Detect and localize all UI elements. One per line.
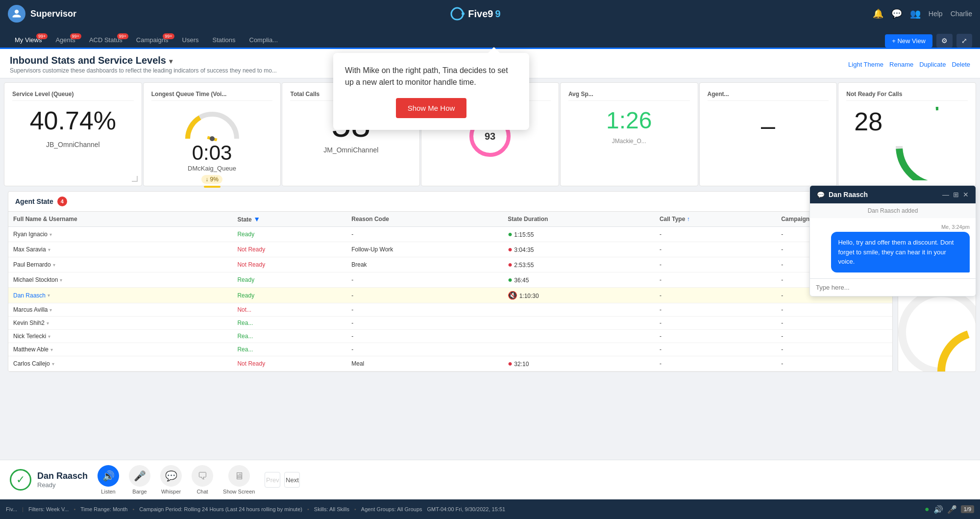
row-caret[interactable]: ▾ bbox=[49, 307, 52, 313]
cell-state: Not Ready bbox=[232, 356, 346, 371]
status-filters: Filters: Week V... bbox=[28, 506, 69, 512]
chat-bubble-message: Hello, try and offer them a discount. Do… bbox=[831, 232, 970, 272]
nav-center: Five9 9 bbox=[82, 7, 867, 21]
check-circle-icon: ✓ bbox=[10, 469, 31, 491]
tab-my-views[interactable]: My Views 99+ bbox=[8, 32, 49, 49]
cell-name: Kevin Shih2▾ bbox=[8, 317, 232, 330]
cell-duration: ● 1:15:55 bbox=[503, 227, 655, 242]
col-call-type[interactable]: Call Type ↑ bbox=[655, 212, 776, 227]
whisper-button[interactable]: 💬 Whisper bbox=[160, 465, 182, 494]
status-sep-4: • bbox=[307, 506, 309, 512]
cell-call-type: - bbox=[655, 242, 776, 257]
cell-name: Michael Stockton▾ bbox=[8, 272, 232, 288]
nav-avatar bbox=[8, 5, 25, 23]
chat-button[interactable]: 🗨 Chat bbox=[192, 465, 213, 494]
col-state[interactable]: State ▼ bbox=[232, 212, 346, 227]
row-caret[interactable]: ▾ bbox=[48, 247, 50, 252]
metric-queue-sub: DMcKaig_Queue bbox=[188, 165, 236, 172]
row-caret[interactable]: ▾ bbox=[48, 293, 50, 298]
prev-button[interactable]: Prev bbox=[265, 472, 280, 488]
row-caret[interactable]: ▾ bbox=[52, 361, 54, 367]
tab-compliance[interactable]: Complia... bbox=[243, 32, 285, 48]
agent-section-header: Agent State 4 bbox=[8, 192, 892, 212]
cell-call-type: - bbox=[655, 330, 776, 343]
metric-avg-sub: JMackie_O... bbox=[568, 138, 690, 145]
tab-acd-status[interactable]: ACD Status 99+ bbox=[82, 32, 129, 48]
trend-bar bbox=[204, 186, 220, 188]
rename-btn[interactable]: Rename bbox=[889, 61, 913, 68]
cell-state: Ready bbox=[232, 288, 346, 303]
cell-reason: - bbox=[346, 303, 503, 317]
bell-icon[interactable]: 🔔 bbox=[873, 8, 883, 19]
light-theme-btn[interactable]: Light Theme bbox=[848, 61, 883, 68]
tab-campaigns[interactable]: Campaigns 99+ bbox=[129, 32, 175, 48]
chat-close-icon[interactable]: ✕ bbox=[963, 191, 969, 198]
help-menu[interactable]: Help bbox=[929, 10, 943, 18]
chat-input[interactable] bbox=[816, 284, 970, 291]
agent-details: Dan Raasch Ready bbox=[37, 471, 88, 489]
status-agent-groups: Agent Groups: All Groups bbox=[361, 506, 422, 512]
chat-input-area[interactable] bbox=[810, 278, 976, 296]
col-name: Full Name & Username bbox=[8, 212, 232, 227]
cell-campaign: - bbox=[776, 343, 892, 356]
expand-button[interactable]: ⤢ bbox=[956, 34, 972, 48]
agent-info: ✓ Dan Raasch Ready bbox=[10, 469, 88, 491]
agent-status: Ready bbox=[37, 481, 88, 489]
status-dot: ● bbox=[508, 245, 513, 253]
new-view-button[interactable]: + New View bbox=[885, 34, 932, 48]
title-caret[interactable]: ▾ bbox=[169, 57, 172, 65]
barge-button[interactable]: 🎤 Barge bbox=[129, 465, 150, 494]
cell-state: Rea... bbox=[232, 343, 346, 356]
table-row: Michael Stockton▾ Ready - ● 36:45 - - bbox=[8, 272, 892, 288]
row-caret[interactable]: ▾ bbox=[48, 334, 50, 339]
nav-title: Supervisor bbox=[30, 9, 76, 19]
cell-campaign: - bbox=[776, 356, 892, 371]
nav-right: 🔔 💬 👥 Help Charlie bbox=[873, 8, 972, 19]
logo-num: 9 bbox=[495, 8, 500, 20]
cell-call-type: - bbox=[655, 356, 776, 371]
chat-panel-header: 💬 Dan Raasch — ⊞ ✕ bbox=[810, 186, 976, 203]
tooltip-text: With Mike on the right path, Tina decide… bbox=[345, 65, 517, 88]
show-me-how-button[interactable]: Show Me How bbox=[396, 98, 467, 118]
agent-table: Full Name & Username State ▼ Reason Code… bbox=[8, 212, 892, 371]
chat-popout-icon[interactable]: ⊞ bbox=[953, 191, 959, 198]
cell-call-type: - bbox=[655, 288, 776, 303]
row-caret[interactable]: ▾ bbox=[47, 321, 49, 326]
page-title: Inbound Stats and Service Levels ▾ bbox=[10, 55, 277, 66]
cell-call-type: - bbox=[655, 303, 776, 317]
logo-text: Five9 bbox=[468, 8, 493, 20]
row-caret[interactable]: ▾ bbox=[49, 232, 52, 237]
metric-not-ready-calls: Not Ready For Calls 28 bbox=[838, 82, 976, 186]
tab-agents[interactable]: Agents 99+ bbox=[49, 32, 82, 48]
state-filter-icon[interactable]: ▼ bbox=[253, 215, 260, 223]
metric-queue-title: Longest Queue Time (Voi... bbox=[151, 91, 273, 101]
show-screen-button[interactable]: 🖥 Show Screen bbox=[223, 465, 255, 494]
listen-button[interactable]: 🔊 Listen bbox=[98, 465, 119, 494]
tab-badge-agents: 99+ bbox=[70, 33, 81, 39]
call-type-sort-icon[interactable]: ↑ bbox=[687, 216, 690, 222]
chat-minimize-icon[interactable]: — bbox=[942, 191, 949, 198]
tab-users[interactable]: Users bbox=[175, 32, 206, 48]
cell-call-type: - bbox=[655, 272, 776, 288]
filter-button[interactable]: ⚙ bbox=[936, 34, 953, 48]
chat-bubble-icon[interactable]: 💬 bbox=[891, 8, 902, 19]
user-menu[interactable]: Charlie bbox=[951, 10, 972, 18]
next-button[interactable]: Next bbox=[284, 472, 300, 488]
row-caret[interactable]: ▾ bbox=[50, 347, 53, 352]
delete-btn[interactable]: Delete bbox=[952, 61, 970, 68]
cell-name: Paul Bernardo▾ bbox=[8, 257, 232, 272]
nav-logo-area: Supervisor bbox=[8, 5, 76, 23]
cell-campaign: - bbox=[776, 330, 892, 343]
five9-logo: Five9 9 bbox=[448, 7, 500, 21]
cell-state: Rea... bbox=[232, 317, 346, 330]
metric-not-ready-title: Not Ready For Calls bbox=[846, 91, 968, 101]
resize-handle bbox=[132, 176, 138, 182]
show-screen-label: Show Screen bbox=[223, 489, 255, 494]
agents-icon[interactable]: 👥 bbox=[910, 8, 921, 19]
tab-stations[interactable]: Stations bbox=[206, 32, 243, 48]
cell-name: Marcus Avilla▾ bbox=[8, 303, 232, 317]
duplicate-btn[interactable]: Duplicate bbox=[919, 61, 946, 68]
row-caret[interactable]: ▾ bbox=[53, 262, 55, 268]
row-caret[interactable]: ▾ bbox=[60, 277, 62, 283]
cell-duration bbox=[503, 303, 655, 317]
